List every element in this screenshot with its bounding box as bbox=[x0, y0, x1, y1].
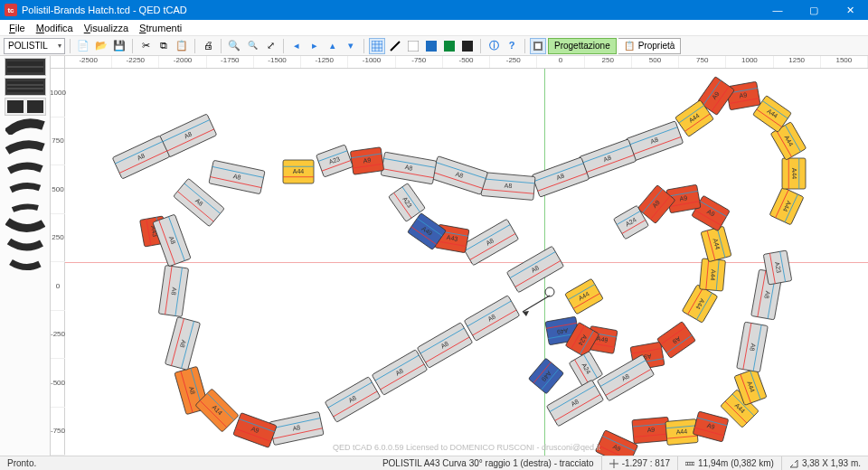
svg-rect-50 bbox=[461, 219, 518, 266]
info-button[interactable]: ⓘ bbox=[486, 38, 502, 54]
svg-rect-254 bbox=[209, 160, 265, 193]
close-button[interactable]: ✕ bbox=[832, 0, 868, 20]
design-icon-button[interactable] bbox=[530, 38, 546, 54]
menu-file[interactable]: File bbox=[4, 23, 31, 33]
grid-toggle-button[interactable] bbox=[369, 38, 385, 54]
track-piece-A9[interactable]: A9 bbox=[233, 413, 277, 448]
track-piece-A49[interactable]: A49 bbox=[528, 358, 563, 394]
track-piece-A8[interactable]: A8 bbox=[209, 160, 265, 193]
copy-button[interactable]: ⧉ bbox=[156, 38, 172, 54]
palette-straight-2[interactable] bbox=[5, 78, 46, 96]
track-piece-A8[interactable]: A8 bbox=[417, 323, 472, 369]
nav-down-button[interactable]: ▾ bbox=[343, 38, 359, 54]
color-1-button[interactable] bbox=[405, 38, 421, 54]
menu-edit[interactable]: Modifica bbox=[31, 23, 79, 33]
color-4-button[interactable] bbox=[459, 38, 476, 54]
track-piece-A9[interactable]: A9 bbox=[726, 81, 760, 110]
track-piece-A8[interactable]: A8 bbox=[546, 380, 603, 427]
start-marker bbox=[523, 287, 554, 316]
track-piece-A8[interactable]: A8 bbox=[174, 178, 225, 226]
status-size: 3,38 X 1,93 m. bbox=[782, 456, 868, 470]
print-button[interactable]: 🖨 bbox=[200, 38, 216, 54]
svg-rect-190 bbox=[579, 139, 636, 179]
track-piece-A8[interactable]: A8 bbox=[737, 322, 769, 372]
new-button[interactable]: 📄 bbox=[75, 38, 91, 54]
zoom-out-button[interactable]: 🔍 bbox=[244, 38, 260, 54]
track-piece-A8[interactable]: A8 bbox=[461, 219, 518, 266]
brand-combo[interactable]: POLISTIL bbox=[4, 38, 65, 54]
palette-curve-7[interactable] bbox=[5, 237, 46, 255]
nav-up-button[interactable]: ▴ bbox=[325, 38, 341, 54]
track-piece-A9[interactable]: A9 bbox=[693, 411, 729, 442]
track-piece-A8[interactable]: A8 bbox=[579, 139, 636, 179]
save-button[interactable]: 💾 bbox=[111, 38, 127, 54]
track-piece-A44[interactable]: A44 bbox=[283, 160, 314, 183]
track-piece-A8[interactable]: A8 bbox=[165, 317, 200, 371]
color-3-button[interactable] bbox=[441, 38, 458, 54]
paste-button[interactable]: 📋 bbox=[174, 38, 190, 54]
track-piece-A8[interactable]: A8 bbox=[269, 411, 324, 445]
svg-rect-42 bbox=[158, 265, 188, 316]
open-button[interactable]: 📂 bbox=[93, 38, 109, 54]
track-piece-A8[interactable]: A8 bbox=[597, 354, 654, 401]
track-piece-A8[interactable]: A8 bbox=[464, 296, 519, 342]
track-piece-A8[interactable]: A8 bbox=[158, 265, 188, 316]
svg-rect-194 bbox=[532, 157, 589, 197]
track-piece-A8[interactable]: A8 bbox=[430, 156, 487, 195]
track-piece-A9[interactable]: A9 bbox=[595, 430, 637, 456]
color-2-button[interactable] bbox=[423, 38, 439, 54]
svg-rect-126 bbox=[632, 417, 670, 443]
track-piece-A8[interactable]: A8 bbox=[506, 246, 563, 293]
lane-toggle-button[interactable] bbox=[387, 38, 403, 54]
palette-curve-1[interactable] bbox=[5, 118, 46, 136]
app-icon: tc bbox=[5, 4, 17, 16]
track-piece-A44[interactable]: A44 bbox=[769, 187, 804, 225]
track-piece-A8[interactable]: A8 bbox=[481, 173, 535, 201]
track-piece-A8[interactable]: A8 bbox=[372, 350, 427, 396]
track-piece-A8[interactable]: A8 bbox=[626, 121, 683, 161]
track-layer: A8A8A8A8A8A8A8A8A8A8A9A9A44A44A44A9A9A9A… bbox=[65, 69, 868, 456]
track-piece-A8[interactable]: A8 bbox=[532, 157, 589, 197]
palette-curve-8[interactable] bbox=[5, 257, 46, 275]
track-piece-A8[interactable]: A8 bbox=[112, 136, 170, 179]
window-titlebar: tc Polistil-Brands Hatch.tcd - QED tCAD … bbox=[0, 0, 868, 20]
zoom-fit-button[interactable]: ⤢ bbox=[262, 38, 278, 54]
toolbar: POLISTIL 📄 📂 💾 ✂ ⧉ 📋 🖨 🔍 🔍 ⤢ ◂ ▸ ▴ ▾ ⓘ ?… bbox=[0, 36, 868, 56]
track-piece-A44[interactable]: A44 bbox=[565, 278, 603, 315]
design-canvas[interactable]: A8A8A8A8A8A8A8A8A8A8A9A9A44A44A44A9A9A9A… bbox=[65, 69, 868, 456]
palette-curve-3[interactable] bbox=[5, 157, 46, 175]
track-piece-A23[interactable]: A23 bbox=[763, 250, 792, 285]
track-piece-A8[interactable]: A8 bbox=[381, 152, 437, 184]
menu-tools[interactable]: Strumenti bbox=[134, 23, 187, 33]
palette-curve-6[interactable] bbox=[5, 217, 46, 235]
svg-rect-118 bbox=[546, 380, 603, 427]
track-piece-A8[interactable]: A8 bbox=[159, 114, 217, 157]
track-piece-A9[interactable]: A9 bbox=[632, 417, 670, 443]
minimize-button[interactable]: — bbox=[760, 0, 796, 20]
track-piece-A44[interactable]: A44 bbox=[782, 158, 806, 189]
track-piece-A44[interactable]: A44 bbox=[701, 226, 731, 262]
svg-rect-226 bbox=[316, 145, 354, 177]
track-piece-A23[interactable]: A23 bbox=[316, 145, 354, 177]
track-piece-A44[interactable]: A44 bbox=[700, 258, 726, 291]
palette-curve-2[interactable] bbox=[5, 137, 46, 155]
palette-curve-4[interactable] bbox=[5, 177, 46, 195]
track-piece-A9[interactable]: A9 bbox=[350, 147, 383, 174]
mode-design-chip[interactable]: Progettazione bbox=[548, 38, 617, 54]
palette-curve-5[interactable] bbox=[5, 197, 46, 215]
track-piece-A9[interactable]: A9 bbox=[657, 322, 696, 359]
mode-props-chip[interactable]: 📋Proprietà bbox=[618, 38, 682, 54]
menu-view[interactable]: Visualizza bbox=[79, 23, 134, 33]
svg-rect-22 bbox=[372, 350, 427, 396]
zoom-in-button[interactable]: 🔍 bbox=[226, 38, 242, 54]
svg-rect-154 bbox=[763, 250, 792, 285]
palette-crossover[interactable] bbox=[5, 98, 46, 116]
track-piece-A8[interactable]: A8 bbox=[325, 377, 380, 423]
nav-left-button[interactable]: ◂ bbox=[288, 38, 305, 54]
maximize-button[interactable]: ▢ bbox=[796, 0, 832, 20]
nav-right-button[interactable]: ▸ bbox=[307, 38, 323, 54]
status-bar: Pronto. POLISTIL A43 Curva 30° raggio 1 … bbox=[0, 456, 868, 470]
cut-button[interactable]: ✂ bbox=[137, 38, 154, 54]
help-button[interactable]: ? bbox=[504, 38, 520, 54]
palette-straight-1[interactable] bbox=[5, 58, 46, 76]
